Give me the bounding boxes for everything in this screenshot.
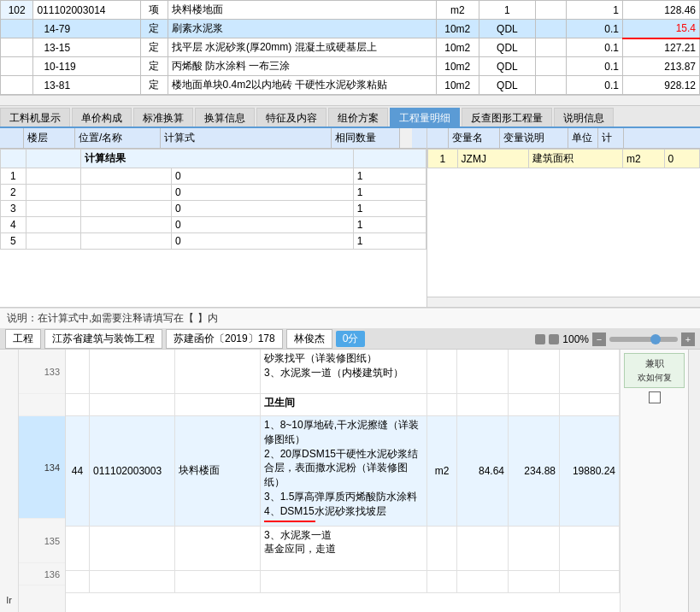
table-row-qty: QDL <box>479 20 535 38</box>
calc-col-pos-header: 位置/名称 <box>75 128 161 148</box>
calc-table-scroll[interactable]: 计算结果 1 0 1 2 0 1 3 0 1 4 0 1 5 <box>0 149 426 307</box>
draw-row-134[interactable]: 44 011102003003 块料楼面 1、8~10厚地砖,干水泥擦缝（详装修… <box>66 416 620 527</box>
draw-name <box>175 394 261 415</box>
var-row-val: 0 <box>664 150 700 168</box>
tab-feature[interactable]: 特征及内容 <box>256 108 326 127</box>
zoom-out-button[interactable]: − <box>592 332 606 346</box>
score-badge: 0分 <box>336 331 366 347</box>
calc-row-idx: 5 <box>1 233 26 250</box>
tab-detail[interactable]: 工程量明细 <box>390 108 460 127</box>
draw-row-135[interactable]: 3、水泥浆一道 基金应同，走道 <box>66 527 620 571</box>
draw-code <box>90 350 175 393</box>
draw-desc: 卫生间 <box>261 394 427 415</box>
tab-standard[interactable]: 标准换算 <box>133 108 193 127</box>
sidebar-checkbox[interactable] <box>649 391 661 403</box>
calc-row-pos <box>80 185 171 201</box>
table-row-qty: QDL <box>479 57 535 76</box>
table-row-type: 定 <box>141 20 168 38</box>
calc-row-pos <box>80 168 171 185</box>
calc-row-layer <box>26 233 80 250</box>
bottom-section: Ir 133134135136 砂浆找平（详装修图纸） 3、水泥浆一道（内楼建筑… <box>0 350 700 612</box>
var-name-header: 变量名 <box>449 128 500 148</box>
calc-row-layer <box>26 217 80 233</box>
line-num-cont <box>19 394 65 416</box>
zoom-thumb[interactable] <box>650 334 661 344</box>
draw-price <box>509 527 560 570</box>
drawing-content[interactable]: 砂浆找平（详装修图纸） 3、水泥浆一道（内楼建筑时） 卫生间 44 011102… <box>66 350 620 612</box>
calc-row-layer <box>26 150 80 168</box>
draw-idx: 44 <box>66 416 90 526</box>
calc-col-idx-header <box>0 128 24 148</box>
tab-bar: 工料机显示单价构成标准换算换算信息特征及内容组价方案工程量明细反查图形工程量说明… <box>0 106 700 128</box>
status-tab[interactable]: 江苏省建筑与装饰工程 <box>44 329 162 349</box>
draw-price <box>509 571 560 592</box>
var-unit-header: 单位 <box>568 128 598 148</box>
zoom-icon-1 <box>535 334 545 344</box>
draw-desc: 3、水泥浆一道 基金应同，走道 <box>261 527 427 570</box>
table-row-type: 定 <box>141 57 168 76</box>
line-num-134: 134 <box>19 416 65 519</box>
draw-cell-desc-text: 1、8~10厚地砖,干水泥擦缝（详装修图纸） 2、20厚DSM15干硬性水泥砂浆… <box>264 418 423 519</box>
calc-row-pos <box>80 217 171 233</box>
calc-row-layer <box>26 201 80 217</box>
draw-code <box>90 527 175 570</box>
calc-table-area: 楼层 位置/名称 计算式 相同数量 计算结果 1 0 1 2 0 1 <box>0 128 427 307</box>
table-row-total: 928.12 <box>622 76 699 95</box>
zoom-label: 100% <box>562 333 589 345</box>
calc-col-count-header: 相同数量 <box>332 128 400 148</box>
status-tab[interactable]: 林俊杰 <box>286 329 332 349</box>
tab-unit[interactable]: 单价构成 <box>72 108 132 127</box>
table-row-unit: 10m2 <box>436 76 479 95</box>
table-row-name: 找平层 水泥砂浆(厚20mm) 混凝土或硬基层上 <box>168 38 436 57</box>
calc-row-pos <box>80 201 171 217</box>
draw-name <box>175 527 261 570</box>
tab-reverse[interactable]: 反查图形工程量 <box>462 108 552 127</box>
draw-row-136[interactable] <box>66 571 620 593</box>
left-label-text: Ir <box>6 595 12 605</box>
calc-row-count <box>353 150 426 168</box>
draw-row-133b[interactable]: 卫生间 <box>66 394 620 416</box>
top-hscrollbar[interactable] <box>0 95 700 105</box>
calc-row-idx: 1 <box>1 168 26 185</box>
line-num-135: 135 <box>19 519 65 563</box>
zoom-slider[interactable] <box>609 337 678 342</box>
table-row-name: 刷素水泥浆 <box>168 20 436 38</box>
right-vscrollbar[interactable] <box>688 350 700 612</box>
zoom-in-button[interactable]: + <box>681 332 695 346</box>
table-row-qty: QDL <box>479 76 535 95</box>
var-row-idx: 1 <box>428 150 458 168</box>
var-table-scroll[interactable]: 1 JZMJ 建筑面积 m2 0 <box>427 149 700 297</box>
sidebar-ad-subtext: ‌欢如何复 <box>628 372 680 384</box>
var-row-unit: m2 <box>623 150 664 168</box>
calc-table-header: 楼层 位置/名称 计算式 相同数量 <box>0 128 426 149</box>
draw-desc <box>261 571 427 592</box>
calc-row-formula: 0 <box>172 233 354 250</box>
status-tab[interactable]: 苏建函价〔2019〕178 <box>166 329 283 349</box>
calc-row-idx: 3 <box>1 201 26 217</box>
draw-row-133[interactable]: 砂浆找平（详装修图纸） 3、水泥浆一道（内楼建筑时） <box>66 350 620 394</box>
tab-note[interactable]: 说明信息 <box>554 108 614 127</box>
table-row-price: 0.1 <box>566 38 622 57</box>
table-row-qty: QDL <box>479 38 535 57</box>
calc-row-formula: 0 <box>172 201 354 217</box>
var-table: 1 JZMJ 建筑面积 m2 0 <box>427 149 700 168</box>
draw-name <box>175 350 261 393</box>
table-row-qty2 <box>535 57 566 76</box>
calc-row-count: 1 <box>353 185 426 201</box>
tab-labor[interactable]: 工料机显示 <box>0 108 70 127</box>
var-hscrollbar[interactable] <box>427 297 700 307</box>
var-row-name: JZMJ <box>457 150 528 168</box>
tab-exchange[interactable]: 换算信息 <box>195 108 255 127</box>
tab-scheme[interactable]: 组价方案 <box>328 108 388 127</box>
calc-row-idx <box>1 150 26 168</box>
calc-row-count: 1 <box>353 168 426 185</box>
status-tab[interactable]: 工程 <box>5 329 41 349</box>
note-text: 说明：在计算式中,如需要注释请填写在【 】内 <box>7 312 218 324</box>
table-row-num <box>1 57 33 76</box>
draw-desc: 1、8~10厚地砖,干水泥擦缝（详装修图纸） 2、20厚DSM15干硬性水泥砂浆… <box>261 416 427 526</box>
calc-row-pos: 计算结果 <box>80 150 353 168</box>
zoom-controls: 100% − + <box>535 332 695 346</box>
draw-total: 19880.24 <box>560 416 620 526</box>
calc-row-count: 1 <box>353 217 426 233</box>
calc-row-layer <box>26 185 80 201</box>
